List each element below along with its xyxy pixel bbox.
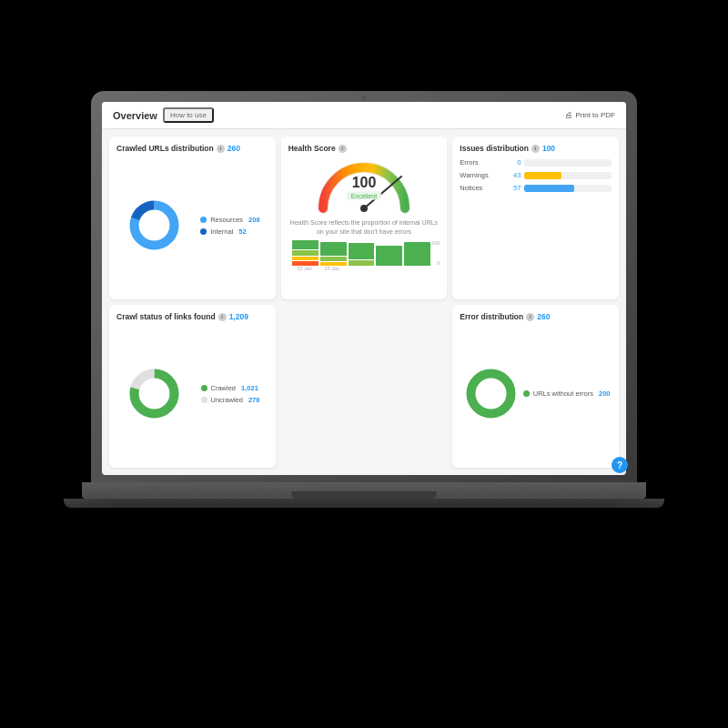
issue-notices-value: 57 [504, 184, 521, 192]
uncrawled-dot [201, 397, 207, 403]
issue-notices-fill [524, 185, 574, 192]
issue-warnings-value: 43 [504, 171, 521, 179]
health-score-card: Health Score i [281, 136, 448, 299]
legend-resources: Resources 208 [200, 216, 259, 224]
no-errors-value: 200 [599, 389, 611, 398]
issues-table: Errors 0 Warnings 43 [460, 158, 612, 292]
issue-errors-bar [524, 159, 612, 167]
gauge-wrapper: 100 Excellent [314, 158, 414, 215]
laptop-base [82, 482, 646, 499]
bar-labels: 22 Jan 25 Jan [288, 266, 440, 271]
legend-crawled: Crawled 1,021 [201, 384, 260, 392]
crawl-donut-chart [125, 364, 184, 423]
health-title: Health Score i [288, 144, 440, 153]
bar-2 [320, 240, 347, 266]
header-left: Overview How to use [113, 107, 214, 123]
screen: Overview How to use 🖨 Print to PDF Crawl… [102, 102, 626, 475]
issues-title: Issues distribution i 100 [460, 144, 612, 153]
health-score-value: 100 [352, 176, 377, 190]
internal-dot [200, 228, 207, 235]
bar-label-3 [347, 266, 372, 271]
bar-1 [292, 240, 318, 266]
bar-label-2: 25 Jan [319, 266, 345, 271]
bar-label-5 [401, 266, 427, 271]
issue-warnings-row: Warnings 43 [460, 171, 612, 179]
gauge-center: 100 Excellent [347, 176, 381, 200]
bar-chart [288, 240, 440, 266]
error-donut-chart [461, 364, 521, 423]
laptop-foot [64, 499, 664, 508]
issue-warnings-bar [524, 172, 612, 179]
health-description: Health Score reflects the proportion of … [288, 218, 440, 237]
chart-y-max: 100 [431, 240, 440, 246]
svg-point-3 [360, 205, 368, 212]
legend-internal: Internal 52 [200, 228, 259, 236]
print-icon: 🖨 [565, 111, 572, 119]
resources-dot [200, 217, 207, 223]
issues-count: 100 [542, 144, 555, 153]
no-errors-label: URLs without errors [533, 389, 593, 398]
crawl-status-card: Crawl status of links found i 1,209 [109, 305, 276, 468]
error-legend: URLs without errors 200 [523, 389, 611, 398]
crawled-urls-card: Crawled URLs distribution i 260 [109, 136, 276, 299]
dashboard-header: Overview How to use 🖨 Print to PDF [102, 102, 626, 129]
dashboard: Overview How to use 🖨 Print to PDF Crawl… [102, 102, 626, 475]
screen-bezel: Overview How to use 🖨 Print to PDF Crawl… [91, 91, 637, 482]
dashboard-content: Crawled URLs distribution i 260 [102, 129, 626, 475]
bar-3 [349, 240, 375, 266]
bar-4 [376, 240, 402, 266]
crawled-donut-chart [125, 196, 184, 255]
crawled-label: Crawled [211, 384, 237, 392]
issue-notices-bar [524, 185, 612, 192]
issue-warnings-label: Warnings [460, 171, 500, 179]
uncrawled-value: 278 [248, 396, 260, 404]
issue-warnings-fill [524, 172, 561, 179]
issues-card: Issues distribution i 100 Errors 0 [452, 136, 619, 299]
issue-errors-row: Errors 0 [460, 158, 612, 167]
error-info-icon[interactable]: i [526, 313, 534, 321]
no-errors-dot [523, 390, 530, 397]
camera [361, 96, 367, 101]
crawled-donut-area: Resources 208 Internal 52 [116, 158, 268, 292]
internal-value: 52 [238, 228, 246, 236]
bar-label-4 [374, 266, 399, 271]
crawled-value: 1,021 [241, 384, 258, 392]
internal-label: Internal [210, 228, 233, 236]
resources-label: Resources [210, 216, 243, 224]
issue-notices-label: Notices [460, 184, 500, 192]
crawl-donut-area: Crawled 1,021 Uncrawled 278 [116, 327, 268, 460]
crawl-legend: Crawled 1,021 Uncrawled 278 [201, 384, 260, 404]
issue-errors-label: Errors [460, 158, 500, 167]
crawled-urls-title: Crawled URLs distribution i 260 [116, 144, 268, 153]
crawled-info-icon[interactable]: i [217, 145, 225, 153]
crawl-status-title: Crawl status of links found i 1,209 [116, 312, 268, 321]
issue-errors-value: 0 [504, 158, 521, 167]
health-info-icon[interactable]: i [339, 145, 347, 153]
resources-value: 208 [248, 216, 260, 224]
chart-y-min: 0 [437, 260, 440, 266]
bar-label-1: 22 Jan [292, 266, 318, 271]
error-donut-area: URLs without errors 200 [460, 327, 612, 460]
svg-point-7 [470, 374, 511, 414]
crawled-dot [201, 385, 207, 391]
page-title: Overview [113, 110, 157, 121]
issue-notices-row: Notices 57 [460, 184, 612, 192]
error-dist-card: Error distribution i 260 URLs [452, 305, 619, 468]
bar-5 [404, 240, 430, 266]
help-button[interactable]: ? [612, 457, 626, 473]
laptop: Overview How to use 🖨 Print to PDF Crawl… [73, 91, 655, 637]
crawl-info-icon[interactable]: i [218, 313, 227, 321]
error-dist-title: Error distribution i 260 [460, 312, 612, 321]
middle-bottom-card [281, 305, 448, 468]
print-button[interactable]: 🖨 Print to PDF [565, 111, 615, 119]
crawled-legend: Resources 208 Internal 52 [200, 216, 259, 236]
gauge-area: 100 Excellent Health Score reflects the … [288, 158, 440, 292]
crawled-count: 260 [228, 144, 240, 153]
legend-uncrawled: Uncrawled 278 [201, 396, 260, 404]
how-to-button[interactable]: How to use [163, 107, 214, 123]
issues-info-icon[interactable]: i [531, 145, 540, 153]
error-count: 260 [537, 312, 550, 321]
legend-no-errors: URLs without errors 200 [523, 389, 611, 398]
crawl-count: 1,209 [229, 312, 248, 321]
uncrawled-label: Uncrawled [211, 396, 243, 404]
